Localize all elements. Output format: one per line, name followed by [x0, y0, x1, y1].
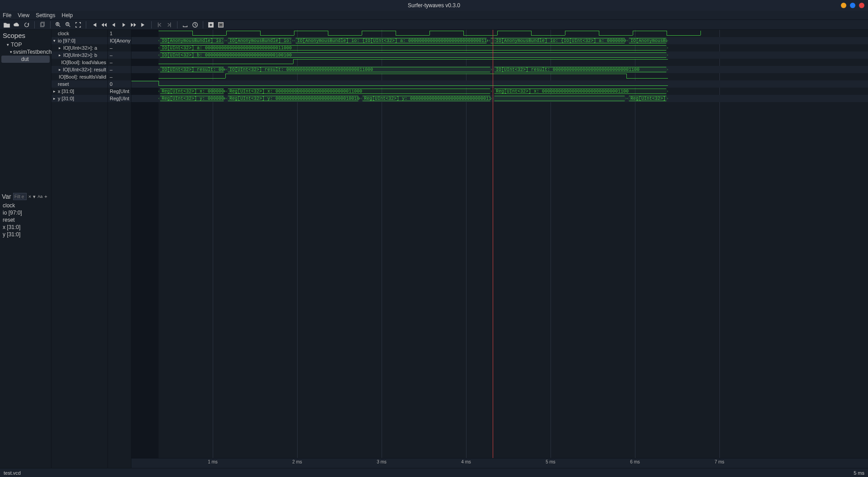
go-end-icon[interactable]	[140, 21, 148, 29]
bus-segment: IO[UInt<32>] result: 0000000000000000000…	[493, 67, 668, 72]
main-area: Scopes ▾TOP▾svsimTestbenchdut Var × ▾ Aa…	[0, 30, 868, 468]
bus-segment: Reg[UInt<32>] x: 00000000000000000000000…	[493, 89, 668, 94]
bus-segment: Reg[UInt<32>] y…	[627, 96, 668, 101]
window-controls	[841, 3, 864, 8]
scope-item-dut[interactable]: dut	[1, 56, 50, 63]
minimize-button[interactable]	[841, 3, 846, 8]
bus-segment: IO[UInt<32>] result: 0000000000000000000…	[226, 67, 492, 72]
signal-name-row[interactable]: ▸y [31:0]	[51, 95, 107, 102]
cursor-line[interactable]	[493, 30, 493, 458]
wave-row[interactable]: IO[AnonymousBundle] io: {…IO[AnonymousBu…	[131, 37, 868, 44]
titlebar: Surfer-tywaves v0.3.0	[0, 0, 868, 11]
wave-row[interactable]: IO[UInt<32>] a: 000000000000000000000000…	[131, 44, 868, 51]
signal-name-row[interactable]: ▸IO[UInt<32>]: result	[51, 66, 107, 73]
vars-list[interactable]: clockio [97:0]resetx [31:0]y [31:0]	[0, 201, 51, 239]
bus-segment: IO[AnonymousBundle] io: {IO[UInt<32>] a:…	[294, 38, 488, 43]
ruler-tick: 7 ms	[714, 459, 724, 464]
signal-name-row[interactable]: reset	[51, 80, 107, 88]
zoom-out-icon[interactable]	[64, 21, 72, 29]
time-ruler[interactable]: 1 ms2 ms3 ms4 ms5 ms6 ms7 ms	[131, 458, 868, 468]
ruler-tick: 2 ms	[292, 459, 302, 464]
close-button[interactable]	[859, 3, 864, 8]
filter-icon[interactable]: ▾	[33, 194, 36, 200]
var-item[interactable]: io [97:0]	[3, 209, 48, 216]
ruler-tick: 1 ms	[208, 459, 218, 464]
wave-row[interactable]: IO[UInt<32>] b: 000000000000000000000000…	[131, 51, 868, 59]
case-icon[interactable]: Aa	[37, 194, 42, 199]
copy-icon[interactable]	[38, 21, 47, 29]
bus-segment: Reg[UInt<32>] x: 00000000000000000000000…	[226, 89, 492, 94]
var-item[interactable]: clock	[3, 202, 48, 209]
clear-filter-icon[interactable]: ×	[28, 194, 31, 199]
menu-file[interactable]: File	[3, 12, 11, 19]
bus-segment	[493, 96, 626, 101]
ruler-tick: 6 ms	[630, 459, 640, 464]
signal-name-row[interactable]: ▸IO[UInt<32>]: a	[51, 44, 107, 51]
signal-value-row: IO[Anony	[108, 37, 131, 44]
scope-item-svsimtestbench[interactable]: ▾svsimTestbench	[0, 48, 51, 56]
signal-values-column: 1IO[Anony–––––0Reg[UIntReg[UInt	[108, 30, 131, 468]
vars-header: Var × ▾ Aa +	[0, 192, 51, 201]
signal-name-row[interactable]: ▸IO[UInt<32>]: b	[51, 51, 107, 59]
vars-section: Var × ▾ Aa + clockio [97:0]resetx [31:0]…	[0, 192, 51, 468]
wave-row[interactable]	[131, 30, 868, 37]
vars-filter-input[interactable]	[13, 193, 27, 200]
menu-help[interactable]: Help	[62, 12, 73, 19]
bus-segment: IO[AnonymousBundle] io: {IO[UInt<32>] a:…	[493, 38, 626, 43]
bus-segment: Reg[UInt<32>] y: 00000000000000000000000…	[361, 96, 492, 101]
signal-value-row: Reg[UInt	[108, 88, 131, 95]
signal-value-row: Reg[UInt	[108, 95, 131, 102]
add-var-icon[interactable]: +	[44, 194, 47, 199]
zoom-fit-icon[interactable]	[74, 21, 82, 29]
signal-value-row: –	[108, 51, 131, 59]
wave-row[interactable]	[131, 59, 868, 66]
ruler-tick: 5 ms	[546, 459, 555, 464]
vars-label: Var	[2, 193, 11, 200]
signal-name-row[interactable]: ▸x [31:0]	[51, 88, 107, 95]
signal-value-row: –	[108, 59, 131, 66]
waveform-area[interactable]: IO[AnonymousBundle] io: {…IO[AnonymousBu…	[131, 30, 868, 468]
wave-row[interactable]	[131, 73, 868, 80]
bus-segment: IO[UInt<32>] a: 000000000000000000000000…	[159, 45, 668, 51]
wave-row[interactable]: Reg[UInt<32>] x: 00000000…Reg[UInt<32>] …	[131, 88, 868, 95]
var-item[interactable]: reset	[3, 216, 48, 224]
scopes-tree[interactable]: ▾TOP▾svsimTestbenchdut	[0, 41, 51, 65]
window-title: Surfer-tywaves v0.3.0	[408, 2, 460, 9]
step-back-icon[interactable]	[110, 21, 118, 29]
clock-icon[interactable]	[191, 21, 199, 29]
signal-names-column[interactable]: clock▾io [97:0]▸IO[UInt<32>]: a▸IO[UInt<…	[51, 30, 108, 468]
var-item[interactable]: x [31:0]	[3, 224, 48, 231]
cursor-prev-icon[interactable]	[155, 21, 163, 29]
scopes-header: Scopes	[0, 30, 51, 41]
scope-item-top[interactable]: ▾TOP	[0, 41, 51, 48]
wave-row[interactable]: IO[UInt<32>] result: 0000…IO[UInt<32>] r…	[131, 66, 868, 73]
signal-name-row[interactable]: IO[Bool]: resultIsValid	[51, 73, 107, 80]
ruler-tick: 3 ms	[377, 459, 387, 464]
signal-name-row[interactable]: IO[Bool]: loadValues	[51, 59, 107, 66]
play-icon[interactable]	[120, 21, 128, 29]
reload-icon[interactable]	[23, 21, 31, 29]
remove-icon[interactable]	[217, 21, 225, 29]
go-start-icon[interactable]	[90, 21, 98, 29]
cloud-icon[interactable]	[13, 21, 21, 29]
menu-view[interactable]: View	[18, 12, 29, 19]
signal-name-row[interactable]: ▾io [97:0]	[51, 37, 107, 44]
cursor-next-icon[interactable]	[165, 21, 173, 29]
signal-name-row[interactable]: clock	[51, 30, 107, 37]
maximize-button[interactable]	[850, 3, 855, 8]
spacer-icon[interactable]	[181, 21, 189, 29]
open-folder-icon[interactable]	[3, 21, 11, 29]
var-item[interactable]: y [31:0]	[3, 231, 48, 238]
bus-segment: IO[AnonymousBundle] io: {…	[226, 38, 293, 43]
add-icon[interactable]	[207, 21, 215, 29]
rewind-icon[interactable]	[100, 21, 108, 29]
fast-forward-icon[interactable]	[130, 21, 138, 29]
bus-segment: IO[UInt<32>] b: 000000000000000000000000…	[159, 52, 668, 58]
signal-value-row: –	[108, 44, 131, 51]
wave-row[interactable]: Reg[UInt<32>] y: 00000000…Reg[UInt<32>] …	[131, 95, 868, 102]
zoom-in-icon[interactable]	[54, 21, 62, 29]
wave-row[interactable]	[131, 80, 868, 88]
bus-segment: Reg[UInt<32>] y: 00000000…	[159, 96, 225, 101]
menu-settings[interactable]: Settings	[36, 12, 55, 19]
left-panel: Scopes ▾TOP▾svsimTestbenchdut Var × ▾ Aa…	[0, 30, 51, 468]
